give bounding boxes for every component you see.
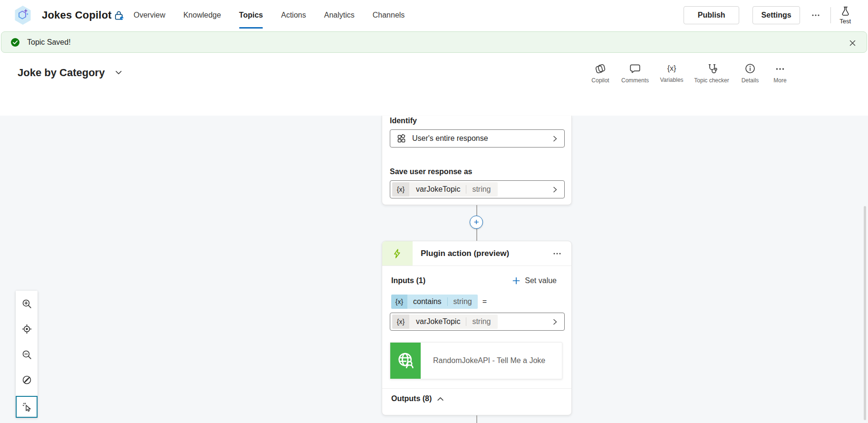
- topbar-actions: Publish Settings Test: [684, 0, 851, 30]
- top-app-bar: Jokes Copilot Overview Knowledge Topics …: [0, 0, 868, 30]
- node-connector-line: [476, 415, 477, 423]
- set-value-button[interactable]: Set value: [512, 276, 557, 285]
- copilot-icon: [594, 62, 607, 75]
- chevron-right-icon: [551, 318, 559, 325]
- node-section-divider: [382, 388, 571, 389]
- comment-icon: [629, 62, 641, 75]
- copilot-tool-button[interactable]: Copilot: [585, 60, 616, 86]
- topbar-more-button[interactable]: [809, 8, 823, 22]
- variable-pill: {x} varJokeTopic string: [392, 182, 498, 197]
- publish-button[interactable]: Publish: [684, 6, 739, 24]
- nav-channels[interactable]: Channels: [373, 0, 405, 30]
- equals-sign: =: [482, 297, 487, 306]
- plus-icon: [512, 276, 521, 285]
- compass-icon: [21, 374, 32, 385]
- zoom-out-button[interactable]: [16, 344, 38, 365]
- globe-user-icon: [395, 350, 416, 371]
- variable-type: string: [472, 185, 491, 194]
- canvas-tool-palette: [16, 291, 38, 418]
- identify-entity-button[interactable]: User's entire response: [390, 129, 565, 148]
- zoom-out-icon: [21, 349, 32, 360]
- edit-toolbar: [0, 91, 868, 116]
- chevron-right-icon: [551, 135, 559, 142]
- identify-entity-value: User's entire response: [412, 134, 488, 143]
- outputs-label: Outputs (8): [391, 394, 432, 403]
- lightning-bolt-icon: [392, 248, 403, 259]
- input-value-field[interactable]: {x} varJokeTopic string: [390, 313, 565, 331]
- success-message-bar: Topic Saved!: [1, 31, 867, 53]
- variable-braces-icon: {x}: [392, 315, 409, 329]
- plugin-node-title: Plugin action (preview): [421, 249, 509, 258]
- topic-toolbar: Copilot Comments {x} Variables: [585, 60, 794, 86]
- plugin-icon-tile: [382, 241, 413, 266]
- nav-overview[interactable]: Overview: [134, 0, 165, 30]
- connector-action-label: RandomJokeAPI - Tell Me a Joke: [433, 356, 545, 365]
- nav-knowledge[interactable]: Knowledge: [183, 0, 221, 30]
- input-parameter-pill[interactable]: {x} contains string: [391, 295, 478, 309]
- add-node-button[interactable]: +: [470, 216, 483, 229]
- banner-message: Topic Saved!: [27, 38, 71, 47]
- topic-title: Joke by Category: [18, 67, 105, 79]
- details-tool-button[interactable]: Details: [734, 60, 766, 86]
- variable-name: varJokeTopic: [416, 317, 460, 326]
- reset-view-button[interactable]: [16, 369, 38, 391]
- ellipsis-icon: [552, 249, 562, 258]
- variable-braces-icon: {x}: [392, 182, 409, 197]
- banner-close-button[interactable]: [847, 38, 858, 49]
- app-title: Jokes Copilot: [42, 0, 112, 30]
- variable-name: varJokeTopic: [416, 185, 460, 194]
- center-canvas-button[interactable]: [16, 318, 38, 340]
- more-tool-button[interactable]: More: [766, 60, 794, 86]
- plugin-node-header: Plugin action (preview): [382, 241, 571, 266]
- outputs-toggle[interactable]: Outputs (8): [391, 394, 444, 403]
- flask-icon: [840, 6, 851, 17]
- variable-braces-icon: {x}: [391, 295, 407, 309]
- variable-type: string: [472, 317, 491, 326]
- chevron-right-icon: [551, 186, 559, 193]
- variables-tool-button[interactable]: {x} Variables: [654, 60, 689, 86]
- topbar-divider: [830, 7, 831, 23]
- nav-analytics[interactable]: Analytics: [324, 0, 355, 30]
- zoom-in-icon: [21, 298, 32, 309]
- ellipsis-icon: [810, 10, 821, 20]
- save-response-variable-field[interactable]: {x} varJokeTopic string: [390, 180, 565, 198]
- primary-nav: Overview Knowledge Topics Actions Analyt…: [134, 0, 405, 30]
- canvas-scrollbar[interactable]: [864, 206, 866, 420]
- ellipsis-icon: [774, 62, 786, 75]
- input-assignment-row: {x} contains string =: [391, 295, 487, 309]
- connector-tile: [390, 343, 421, 379]
- topic-title-chevron-down-icon[interactable]: [114, 68, 123, 77]
- parameter-name: contains: [413, 297, 442, 306]
- cursor-spark-icon: [21, 402, 32, 413]
- success-check-icon: [10, 37, 20, 48]
- identify-section-label: Identify: [390, 117, 417, 125]
- app-logo-icon[interactable]: [12, 5, 33, 26]
- entity-grid-icon: [396, 134, 406, 144]
- lock-key-icon[interactable]: [113, 10, 125, 21]
- zoom-in-button[interactable]: [16, 293, 38, 315]
- parameter-type: string: [453, 297, 472, 306]
- copilot-studio-app: Jokes Copilot Overview Knowledge Topics …: [0, 0, 868, 423]
- topic-title-group: Joke by Category: [18, 54, 123, 91]
- info-icon: [744, 62, 756, 75]
- variables-icon: {x}: [667, 62, 676, 74]
- test-copilot-button[interactable]: Test: [839, 6, 851, 25]
- nav-topics[interactable]: Topics: [239, 0, 263, 30]
- select-tool-button[interactable]: [16, 396, 38, 418]
- plugin-node-more-button[interactable]: [550, 247, 564, 260]
- stethoscope-icon: [705, 62, 718, 75]
- settings-button[interactable]: Settings: [752, 6, 800, 24]
- nav-actions[interactable]: Actions: [281, 0, 306, 30]
- close-icon: [849, 39, 856, 47]
- topic-header: Joke by Category Copilot: [0, 54, 868, 91]
- comments-tool-button[interactable]: Comments: [616, 60, 654, 86]
- chevron-up-icon: [436, 395, 444, 403]
- authoring-canvas[interactable]: Identify User's entire response Save use…: [0, 116, 868, 423]
- variable-pill: {x} varJokeTopic string: [392, 315, 498, 329]
- topic-checker-tool-button[interactable]: Topic checker: [689, 60, 734, 86]
- inputs-label: Inputs (1): [391, 276, 425, 285]
- target-icon: [21, 324, 32, 334]
- connector-action-card[interactable]: RandomJokeAPI - Tell Me a Joke: [390, 342, 562, 379]
- plugin-action-node[interactable]: Plugin action (preview) Inputs (1) Set v…: [382, 241, 572, 415]
- question-node[interactable]: Identify User's entire response Save use…: [382, 116, 572, 205]
